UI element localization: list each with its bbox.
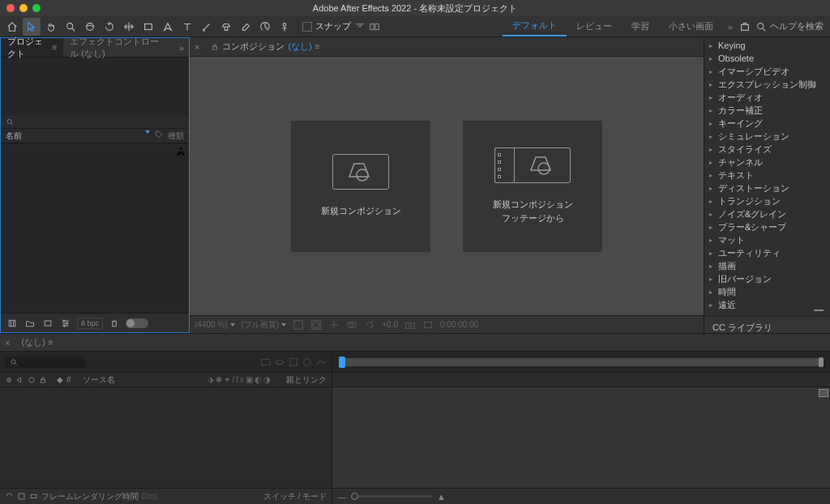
effect-category[interactable]: ▸チャンネル [704,156,830,169]
toggle-3-icon[interactable] [29,492,38,501]
type-tool[interactable] [178,18,196,36]
effect-category[interactable]: ▸Keying [704,39,830,52]
effect-category[interactable]: ▸描画 [704,259,830,272]
effect-category[interactable]: ▸トランジション [704,194,830,207]
orbit-tool[interactable] [81,18,99,36]
workspace-small[interactable]: 小さい画面 [659,16,723,36]
zoom-in-icon[interactable]: ▲ [437,492,446,502]
close-icon[interactable] [6,4,15,12]
frame-blend-icon[interactable] [288,357,299,368]
lock-icon[interactable] [211,43,219,51]
effects-list[interactable]: ▸Keying▸Obsolete▸イマーシブビデオ▸エクスプレッション制御▸オー… [704,37,830,313]
snap-options-icon[interactable] [354,21,366,32]
close-tab-icon[interactable]: × [0,338,15,348]
exposure-value[interactable]: +0.0 [382,320,398,329]
lock-icon[interactable] [39,376,47,384]
show-snapshot-icon[interactable] [422,319,434,331]
toggle-switches-icon[interactable] [5,492,14,501]
effect-category[interactable]: ▸カラー補正 [704,104,830,117]
timeline-tracks[interactable] [332,387,830,488]
panel-menu-icon[interactable]: ≡ [52,43,57,52]
effect-category[interactable]: ▸ブラー&シャープ [704,220,830,233]
workspace-review[interactable]: レビュー [567,16,622,36]
sort-indicator-icon[interactable] [145,130,150,134]
panel-menu-icon[interactable]: ≡ [315,42,320,51]
parent-link-header[interactable]: 親とリンク [286,374,327,386]
quality-dropdown[interactable]: (フル画質) [242,319,287,331]
new-folder-icon[interactable] [24,317,36,330]
effect-category[interactable]: ▸ユーティリティ [704,246,830,259]
render-toggle[interactable] [126,318,148,328]
delete-icon[interactable] [108,317,121,330]
comp-button-icon[interactable] [260,357,272,368]
project-item-list[interactable] [1,143,189,313]
source-name-header[interactable]: ソース名 [83,374,115,386]
solo-icon[interactable] [28,376,36,384]
effect-category[interactable]: ▸オーディオ [704,91,830,104]
new-composition-button[interactable]: 新規コンポジション [291,121,430,252]
time-navigator-bar[interactable] [339,358,824,366]
audio-speaker-icon[interactable] [16,376,24,384]
zoom-tool[interactable] [62,18,79,36]
tab-effect-controls[interactable]: エフェクトコントロール (なし) [63,38,174,57]
brush-tool[interactable] [198,18,216,36]
effect-category[interactable]: ▸Obsolete [704,52,830,65]
new-comp-icon[interactable] [41,317,54,330]
minimize-icon[interactable] [19,4,28,12]
effect-category[interactable]: ▸マット [704,233,830,246]
video-eye-icon[interactable] [5,376,13,384]
motion-blur-icon[interactable] [302,357,313,368]
zoom-dropdown[interactable]: (4400 %) [195,320,235,329]
time-navigator-end-handle[interactable] [819,357,824,367]
workspace-more[interactable]: » [723,16,738,36]
snapshot-icon[interactable] [404,319,416,331]
maximize-icon[interactable] [32,4,41,12]
panel-overflow[interactable]: » [174,43,189,53]
effect-category[interactable]: ▸エクスプレッション制御 [704,78,830,91]
timeline-layer-list[interactable] [0,387,332,488]
effect-category[interactable]: ▸時間 [704,285,830,298]
timeline-tab[interactable]: (なし) ≡ [15,336,59,348]
mask-icon[interactable] [310,319,322,331]
effect-category[interactable]: ▸遠近 [704,298,830,311]
project-search[interactable] [1,116,189,129]
panel-options-icon[interactable] [814,310,824,311]
eraser-tool[interactable] [237,18,255,36]
snap-toggle[interactable]: スナップ [302,20,380,32]
new-comp-from-footage-button[interactable]: 新規コンポジションフッテージから [463,121,602,252]
zoom-slider-handle[interactable] [351,493,358,500]
panel-menu-icon[interactable]: ≡ [49,338,53,347]
share-icon[interactable] [739,21,751,32]
help-search[interactable]: ヘルプを検索 [755,20,824,32]
hand-tool[interactable] [42,18,60,36]
effect-category[interactable]: ▸旧バージョン [704,272,830,285]
project-search-input[interactable] [17,117,184,126]
zoom-slider[interactable] [351,495,432,498]
reset-exposure-icon[interactable] [364,319,375,331]
snap-bounds-icon[interactable] [369,21,380,32]
column-type[interactable]: 種類 [168,130,184,142]
pan-behind-tool[interactable] [120,18,138,36]
comp-marker-button[interactable] [819,389,828,397]
clone-stamp-tool[interactable] [217,18,235,36]
flowchart-button-icon[interactable] [176,147,186,156]
time-navigator-start-handle[interactable] [339,357,345,368]
effect-category[interactable]: ▸ディストーション [704,182,830,194]
effect-category[interactable]: ▸テキスト [704,169,830,182]
guides-icon[interactable] [328,319,340,331]
transparency-grid-icon[interactable] [293,319,304,331]
time-navigator[interactable] [332,352,830,373]
pen-tool[interactable] [159,18,177,36]
shy-icon[interactable] [274,357,285,368]
channel-icon[interactable] [346,319,357,331]
composition-tab[interactable]: コンポジション (なし) ≡ [204,41,326,53]
effect-category[interactable]: ▸イマーシブビデオ [704,65,830,78]
effect-category[interactable]: ▸スタイライズ [704,143,830,156]
selection-tool[interactable] [23,18,41,36]
switch-mode-button[interactable]: スイッチ / モード [263,491,327,502]
tab-project[interactable]: プロジェクト ≡ [1,38,63,57]
rotate-tool[interactable] [101,18,118,36]
zoom-out-icon[interactable]: — [337,492,346,502]
timeline-search[interactable] [5,357,86,368]
rectangle-tool[interactable] [139,18,157,36]
